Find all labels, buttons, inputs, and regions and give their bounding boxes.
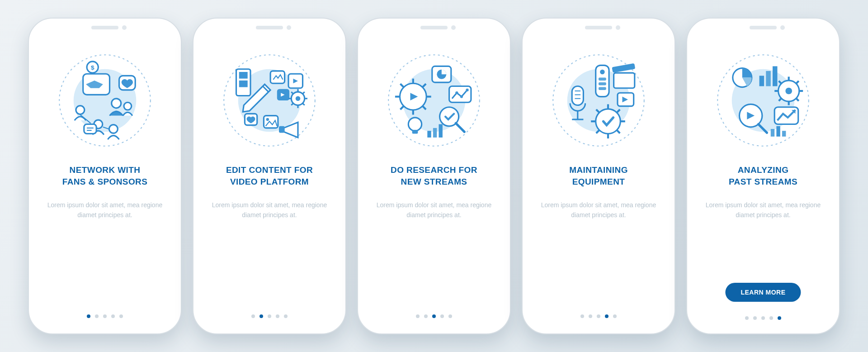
- onboarding-card-analytics: ANALYZING PAST STREAMS Lorem ipsum dolor…: [686, 18, 840, 334]
- svg-rect-74: [572, 86, 583, 105]
- phone-notch: [91, 26, 118, 29]
- dot: [424, 314, 428, 318]
- svg-rect-92: [760, 76, 764, 86]
- dot: [432, 314, 436, 318]
- dot: [251, 314, 255, 318]
- page-indicator: [745, 316, 781, 320]
- svg-point-10: [109, 125, 118, 133]
- dot: [778, 316, 781, 320]
- dot: [580, 314, 584, 318]
- dot: [745, 316, 749, 320]
- svg-rect-18: [239, 81, 248, 87]
- phone-notch: [750, 26, 777, 29]
- svg-rect-94: [773, 66, 778, 86]
- svg-line-57: [456, 123, 464, 132]
- svg-rect-69: [599, 87, 606, 90]
- dot: [284, 314, 288, 318]
- page-indicator: [87, 314, 123, 318]
- phone-notch: [420, 26, 448, 29]
- svg-rect-93: [766, 71, 771, 86]
- svg-point-36: [266, 118, 269, 121]
- card-description: Lorem ipsum dolor sit amet, mea regione …: [205, 200, 334, 220]
- card-title: NETWORK WITH FANS & SPONSORS: [61, 163, 150, 189]
- page-indicator: [416, 314, 452, 318]
- phone-notch: [256, 26, 283, 29]
- svg-line-55: [400, 106, 403, 109]
- card-title: DO RESEARCH FOR NEW STREAMS: [389, 163, 479, 189]
- equipment-icon: [551, 53, 646, 148]
- svg-point-45: [466, 89, 468, 91]
- svg-point-43: [455, 91, 458, 94]
- svg-point-96: [785, 88, 792, 95]
- svg-rect-61: [433, 128, 437, 138]
- card-title: MAINTAINING EQUIPMENT: [567, 163, 630, 189]
- dot: [103, 314, 107, 318]
- dot: [448, 314, 452, 318]
- dot: [613, 314, 617, 318]
- card-description: Lorem ipsum dolor sit amet, mea regione …: [41, 200, 169, 220]
- dot: [440, 314, 444, 318]
- svg-rect-60: [427, 131, 431, 138]
- svg-rect-62: [439, 124, 443, 138]
- dot: [119, 314, 123, 318]
- svg-point-7: [124, 102, 132, 110]
- dot: [87, 314, 90, 318]
- dot: [416, 314, 420, 318]
- analytics-icon: [716, 53, 811, 148]
- onboarding-card-edit: EDIT CONTENT FOR VIDEO PLATFORM Lorem ip…: [193, 18, 346, 334]
- learn-more-button[interactable]: LEARN MORE: [725, 283, 801, 302]
- onboarding-card-research: DO RESEARCH FOR NEW STREAMS Lorem ipsum …: [357, 18, 511, 334]
- dot: [111, 314, 115, 318]
- svg-rect-17: [239, 72, 248, 79]
- research-icon: [387, 53, 481, 148]
- svg-rect-59: [412, 130, 418, 133]
- svg-line-103: [796, 81, 798, 84]
- network-icon: $: [57, 53, 152, 148]
- card-description: Lorem ipsum dolor sit amet, mea regione …: [370, 200, 498, 220]
- svg-rect-68: [599, 82, 606, 85]
- card-title: ANALYZING PAST STREAMS: [727, 163, 799, 189]
- svg-line-31: [303, 103, 305, 105]
- onboarding-card-equipment: MAINTAINING EQUIPMENT Lorem ipsum dolor …: [522, 18, 675, 334]
- svg-rect-37: [279, 126, 285, 133]
- svg-point-58: [408, 118, 421, 131]
- svg-rect-42: [449, 86, 471, 103]
- card-description: Lorem ipsum dolor sit amet, mea regione …: [699, 200, 827, 220]
- svg-rect-70: [614, 73, 635, 88]
- svg-point-66: [600, 70, 605, 75]
- dot: [276, 314, 279, 318]
- svg-rect-111: [776, 126, 780, 137]
- onboarding-card-network: $ NETWORK WITH FANS & SPONSORS Lorem i: [28, 18, 182, 334]
- svg-rect-112: [782, 131, 786, 137]
- dot: [761, 316, 765, 320]
- svg-line-32: [303, 92, 305, 94]
- dot: [753, 316, 757, 320]
- page-indicator: [580, 314, 617, 318]
- svg-rect-67: [599, 78, 606, 81]
- svg-point-44: [460, 95, 463, 98]
- dot: [259, 314, 263, 318]
- dot: [95, 314, 99, 318]
- dot: [605, 314, 609, 318]
- dot: [268, 314, 271, 318]
- page-indicator: [251, 314, 288, 318]
- svg-text:$: $: [91, 64, 94, 71]
- dot: [589, 314, 592, 318]
- phone-notch: [585, 26, 612, 29]
- svg-point-8: [76, 106, 85, 114]
- svg-point-25: [296, 96, 301, 101]
- svg-rect-110: [771, 129, 774, 137]
- svg-point-6: [112, 99, 121, 108]
- svg-line-86: [617, 130, 620, 133]
- edit-icon: [222, 53, 317, 148]
- svg-rect-11: [84, 124, 96, 134]
- svg-line-102: [796, 98, 798, 101]
- svg-rect-71: [612, 63, 635, 73]
- svg-line-52: [400, 84, 403, 87]
- dot: [597, 314, 600, 318]
- card-title: EDIT CONTENT FOR VIDEO PLATFORM: [224, 163, 315, 189]
- dot: [769, 316, 773, 320]
- card-description: Lorem ipsum dolor sit amet, mea regione …: [534, 200, 663, 220]
